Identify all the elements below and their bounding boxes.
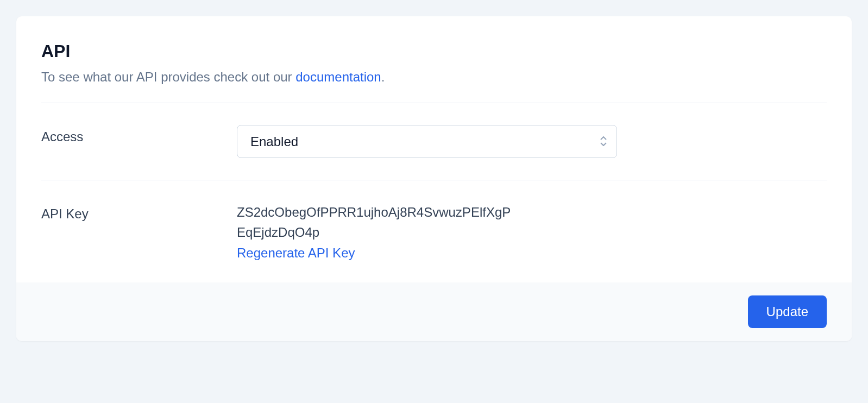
subtitle-prefix: To see what our API provides check out o… <box>41 70 295 84</box>
documentation-link[interactable]: documentation <box>295 70 381 84</box>
api-key-row: API Key ZS2dcObegOfPPRR1ujhoAj8R4SvwuzPE… <box>16 180 852 282</box>
card-footer: Update <box>16 282 852 341</box>
page-subtitle: To see what our API provides check out o… <box>41 68 827 86</box>
page-title: API <box>41 41 827 61</box>
api-key-label: API Key <box>41 202 237 222</box>
regenerate-api-key-link[interactable]: Regenerate API Key <box>237 245 355 260</box>
access-row: Access Enabled <box>16 103 852 180</box>
access-value: Enabled <box>237 125 617 158</box>
card-header: API To see what our API provides check o… <box>16 16 852 103</box>
update-button[interactable]: Update <box>748 295 827 328</box>
api-key-value-block: ZS2dcObegOfPPRR1ujhoAj8R4SvwuzPElfXgPEqE… <box>237 202 617 261</box>
access-select[interactable]: Enabled <box>237 125 617 158</box>
access-label: Access <box>41 125 237 144</box>
api-key-value: ZS2dcObegOfPPRR1ujhoAj8R4SvwuzPElfXgPEqE… <box>237 202 519 242</box>
access-select-wrapper: Enabled <box>237 125 617 158</box>
subtitle-suffix: . <box>381 70 385 84</box>
api-settings-card: API To see what our API provides check o… <box>16 16 852 341</box>
